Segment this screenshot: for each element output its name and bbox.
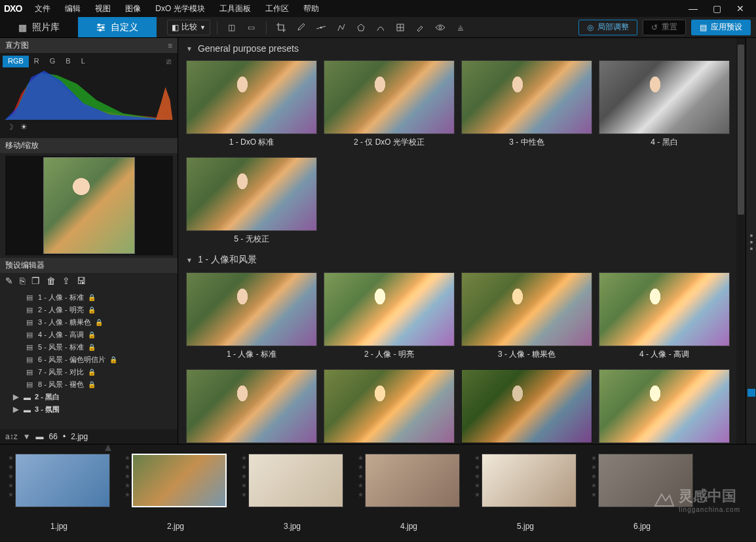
channel-g[interactable]: G bbox=[45, 56, 61, 67]
crop-icon[interactable] bbox=[273, 20, 289, 35]
tree-item[interactable]: ▤8 - 风景 - 褪色🔒 bbox=[0, 378, 178, 391]
file-icon: ▤ bbox=[26, 355, 34, 364]
compare-button[interactable]: ◧ 比较 ▼ bbox=[167, 20, 210, 35]
preset-item[interactable]: 5 - 风景 - 标准 bbox=[186, 369, 317, 444]
rating-stars[interactable]: ★★★★★ bbox=[124, 454, 130, 499]
menu-view[interactable]: 视图 bbox=[88, 1, 117, 17]
tree-folder[interactable]: ▶▬3 - 氛围 bbox=[0, 403, 178, 416]
new-preset-icon[interactable]: ✎ bbox=[5, 276, 13, 286]
rail-handle[interactable] bbox=[747, 389, 755, 397]
reset-button[interactable]: ↺ 重置 bbox=[643, 20, 686, 35]
file-count: 66 bbox=[49, 432, 58, 441]
workspace: 直方图 ≡ RGB R G B L ⎚ ☽ ☀ 移 bbox=[0, 38, 756, 444]
preset-item[interactable]: 4 - 黑白 bbox=[599, 60, 730, 151]
preset-item[interactable]: 8 - 风景 - 褪色 bbox=[599, 369, 730, 444]
tree-folder[interactable]: ▶▬2 - 黑白 bbox=[0, 391, 178, 403]
preset-item[interactable]: 1 - DxO 标准 bbox=[186, 60, 317, 151]
rail-dot bbox=[750, 234, 753, 237]
grid-icon: ▦ bbox=[18, 22, 27, 33]
copy-icon[interactable]: ❐ bbox=[31, 276, 40, 286]
eyedropper-icon[interactable] bbox=[293, 20, 309, 35]
menu-optics[interactable]: DxO 光学模块 bbox=[149, 1, 211, 17]
shadow-clip-icon[interactable]: ☽ bbox=[7, 122, 14, 132]
dual-view-icon[interactable]: ◫ bbox=[224, 20, 240, 35]
mode-library[interactable]: ▦ 照片库 bbox=[0, 17, 78, 37]
film-item[interactable]: ★★★★★ 5.jpg bbox=[473, 454, 578, 538]
minimize-button[interactable]: — bbox=[685, 3, 701, 14]
sliders-icon bbox=[96, 23, 105, 32]
navigator-thumbnail[interactable] bbox=[43, 157, 135, 254]
channel-b[interactable]: B bbox=[60, 56, 75, 67]
rating-stars[interactable]: ★★★★★ bbox=[591, 454, 597, 499]
preset-item[interactable]: 4 - 人像 - 高调 bbox=[599, 272, 730, 363]
rating-stars[interactable]: ★★★★★ bbox=[8, 454, 14, 499]
menu-workspace[interactable]: 工作区 bbox=[259, 1, 295, 17]
local-adjust-button[interactable]: ◎ 局部调整 bbox=[578, 20, 637, 35]
menu-help[interactable]: 帮助 bbox=[297, 1, 326, 17]
panel-menu-icon[interactable]: ≡ bbox=[168, 41, 172, 50]
tree-item[interactable]: ▤2 - 人像 - 明亮🔒 bbox=[0, 304, 178, 316]
menu-file[interactable]: 文件 bbox=[28, 1, 57, 17]
rating-stars[interactable]: ★★★★★ bbox=[241, 454, 247, 499]
curve-icon[interactable] bbox=[373, 20, 388, 35]
menu-edit[interactable]: 编辑 bbox=[58, 1, 87, 17]
channel-r[interactable]: R bbox=[29, 56, 45, 67]
preset-item[interactable]: 2 - 仅 DxO 光学校正 bbox=[324, 60, 455, 151]
apply-preset-button[interactable]: ▤ 应用预设 bbox=[691, 20, 751, 35]
window-controls: — ▢ ✕ bbox=[685, 3, 752, 14]
chevron-down-icon: ▼ bbox=[200, 24, 206, 31]
pentagon-icon[interactable] bbox=[353, 20, 369, 35]
file-icon: ▤ bbox=[26, 318, 34, 327]
eye-icon[interactable] bbox=[432, 20, 449, 35]
brush-icon[interactable] bbox=[412, 20, 428, 35]
tree-item[interactable]: ▤6 - 风景 - 偏色明信片🔒 bbox=[0, 353, 178, 366]
maximize-button[interactable]: ▢ bbox=[709, 3, 725, 14]
channel-l[interactable]: L bbox=[76, 56, 90, 67]
tree-item[interactable]: ▤1 - 人像 - 标准🔒 bbox=[0, 291, 178, 304]
preset-editor-header[interactable]: 预设编辑器 bbox=[0, 258, 178, 273]
sort-icon[interactable]: a↕z bbox=[5, 432, 18, 441]
rating-stars[interactable]: ★★★★★ bbox=[358, 454, 364, 499]
rating-stars[interactable]: ★★★★★ bbox=[474, 454, 480, 499]
section-header-general[interactable]: ▼ General purpose presets bbox=[178, 41, 746, 56]
tree-item[interactable]: ▤7 - 风景 - 对比🔒 bbox=[0, 366, 178, 378]
histogram-header[interactable]: 直方图 ≡ bbox=[0, 38, 178, 53]
film-item[interactable]: ★★★★★ 1.jpg bbox=[7, 454, 111, 538]
exposure-icon[interactable] bbox=[453, 20, 468, 35]
tree-item[interactable]: ▤4 - 人像 - 高调🔒 bbox=[0, 329, 178, 341]
preset-item[interactable]: 6 - 风景 - 偏色明信片 bbox=[324, 369, 455, 444]
film-item[interactable]: ★★★★★ 6.jpg bbox=[590, 454, 694, 538]
preset-item[interactable]: 2 - 人像 - 明亮 bbox=[324, 272, 455, 363]
preset-item[interactable]: 3 - 人像 - 糖果色 bbox=[461, 272, 592, 363]
monitor-icon[interactable]: ⎚ bbox=[162, 56, 175, 67]
preset-item[interactable]: 3 - 中性色 bbox=[461, 60, 592, 151]
section-header-portrait[interactable]: ▼ 1 - 人像和风景 bbox=[178, 251, 746, 268]
histogram-footer: ☽ ☀ bbox=[3, 120, 175, 134]
import-icon[interactable]: ⎘ bbox=[20, 276, 25, 286]
polyline-icon[interactable] bbox=[333, 20, 349, 35]
preset-item[interactable]: 5 - 无校正 bbox=[186, 157, 317, 247]
delete-icon[interactable]: 🗑 bbox=[47, 276, 56, 286]
close-button[interactable]: ✕ bbox=[732, 3, 748, 14]
menu-toolpanel[interactable]: 工具面板 bbox=[213, 1, 257, 17]
scrollbar[interactable] bbox=[736, 38, 746, 444]
film-item[interactable]: ★★★★★ 3.jpg bbox=[240, 454, 345, 538]
tree-item[interactable]: ▤5 - 风景 - 标准🔒 bbox=[0, 341, 178, 353]
preset-item[interactable]: 1 - 人像 - 标准 bbox=[186, 272, 317, 363]
menu-image[interactable]: 图像 bbox=[119, 1, 147, 17]
filter-icon[interactable]: ▼ bbox=[23, 432, 31, 441]
preset-item[interactable]: 7 - 风景 - 对比 bbox=[461, 369, 592, 444]
export-icon[interactable]: ⇪ bbox=[62, 276, 70, 286]
film-item-selected[interactable]: ★★★★★ 2.jpg bbox=[123, 454, 228, 538]
tree-item[interactable]: ▤3 - 人像 - 糖果色🔒 bbox=[0, 316, 178, 329]
save-icon[interactable]: 🖫 bbox=[77, 276, 86, 286]
mask-icon[interactable] bbox=[392, 20, 408, 35]
scrollbar-thumb[interactable] bbox=[738, 45, 744, 215]
horizon-icon[interactable] bbox=[312, 20, 330, 35]
film-item[interactable]: ★★★★★ 4.jpg bbox=[356, 454, 461, 538]
highlight-clip-icon[interactable]: ☀ bbox=[20, 122, 28, 132]
single-view-icon[interactable]: ▭ bbox=[244, 20, 259, 35]
navigator-header[interactable]: 移动/缩放 bbox=[0, 138, 178, 153]
channel-rgb[interactable]: RGB bbox=[3, 56, 29, 67]
mode-customize[interactable]: 自定义 bbox=[78, 17, 157, 37]
